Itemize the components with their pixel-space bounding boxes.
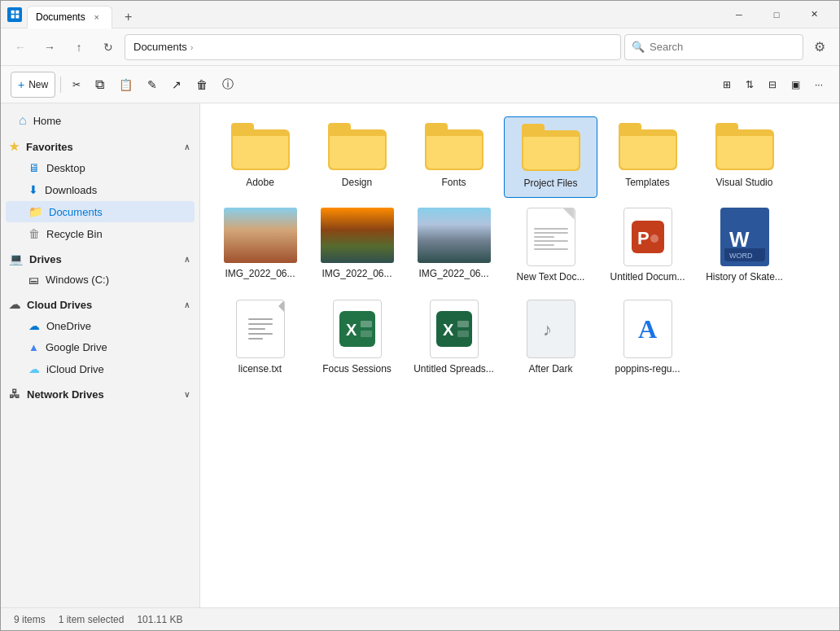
file-label-design: Design — [342, 177, 372, 190]
minimize-button[interactable]: ─ — [720, 1, 758, 28]
documents-icon: 📁 — [28, 205, 42, 218]
close-button[interactable]: ✕ — [795, 1, 833, 28]
copy-icon: ⧉ — [95, 77, 104, 92]
file-item-focus-sessions[interactable]: XFocus Sessions — [310, 293, 404, 383]
new-label: New — [28, 79, 48, 90]
sidebar-cloud-section[interactable]: ☁ Cloud Drives ∧ — [1, 293, 199, 314]
svg-text:♪: ♪ — [543, 319, 552, 340]
info-button[interactable]: ⓘ — [216, 72, 240, 98]
address-chevron-icon: › — [190, 42, 194, 52]
file-item-untitled-docum[interactable]: PUntitled Docum... — [601, 201, 694, 291]
view-toggle1-button[interactable]: ⊞ — [716, 72, 737, 98]
sort-icon: ⇅ — [746, 79, 754, 90]
sidebar-item-documents[interactable]: 📁 Documents — [6, 201, 195, 222]
sidebar-item-icloud[interactable]: ☁ iCloud Drive — [6, 358, 195, 379]
favorites-label: Favorites — [26, 141, 177, 153]
sidebar-network-section[interactable]: 🖧 Network Drives ∨ — [1, 383, 199, 404]
file-item-history-skate[interactable]: WWORDHistory of Skate... — [698, 201, 791, 291]
svg-text:X: X — [346, 321, 357, 339]
view-toggle2-icon: ⊟ — [768, 79, 777, 90]
file-label-focus-sessions: Focus Sessions — [322, 363, 392, 376]
sidebar-recycle-label: Recycle Bin — [46, 228, 103, 240]
file-label-img1: IMG_2022_06... — [225, 268, 295, 281]
window-tab[interactable]: Documents × — [27, 6, 112, 28]
sidebar-item-desktop[interactable]: 🖥 Desktop — [6, 157, 195, 178]
file-label-history-skate: History of Skate... — [706, 271, 783, 284]
svg-text:WORD: WORD — [729, 252, 753, 260]
sidebar-windows-label: Windows (C:) — [46, 274, 109, 286]
svg-rect-10 — [361, 331, 372, 337]
window: Documents × + ─ □ ✕ ← → ↑ ↻ Documents › … — [0, 0, 840, 631]
file-item-license-txt[interactable]: license.txt — [213, 293, 307, 383]
file-item-img2[interactable]: IMG_2022_06... — [310, 201, 404, 291]
file-label-img3: IMG_2022_06... — [418, 268, 488, 281]
cloud-chevron-icon: ∧ — [184, 300, 190, 309]
file-area: Adobe Design Fonts Project Files Templat… — [200, 103, 839, 607]
share-button[interactable]: ↗ — [165, 72, 188, 98]
gdrive-icon: ▲ — [28, 341, 39, 353]
delete-button[interactable]: 🗑 — [190, 72, 214, 98]
sidebar-item-recycle[interactable]: 🗑 Recycle Bin — [6, 223, 195, 244]
file-item-design[interactable]: Design — [310, 116, 404, 198]
address-bar[interactable]: Documents › — [125, 34, 621, 60]
sidebar-drives-section[interactable]: 💻 Drives ∧ — [1, 248, 199, 269]
sidebar-item-onedrive[interactable]: ☁ OneDrive — [6, 315, 195, 336]
cut-icon: ✂ — [72, 79, 81, 90]
file-item-poppins-regu[interactable]: Apoppins-regu... — [601, 293, 694, 383]
downloads-icon: ⬇ — [28, 183, 38, 196]
sidebar-favorites-section[interactable]: ★ Favorites ∧ — [1, 135, 199, 156]
svg-text:W: W — [729, 227, 750, 252]
cut-button[interactable]: ✂ — [66, 72, 87, 98]
network-icon: 🖧 — [9, 388, 20, 401]
paste-button[interactable]: 📋 — [112, 72, 139, 98]
view-toggle3-icon: ▣ — [791, 79, 800, 90]
sort-button[interactable]: ⇅ — [739, 72, 760, 98]
tab-close-button[interactable]: × — [90, 11, 103, 24]
rename-button[interactable]: ✎ — [141, 72, 164, 98]
up-button[interactable]: ↑ — [66, 34, 92, 60]
copy-button[interactable]: ⧉ — [89, 72, 111, 98]
window-controls: ─ □ ✕ — [720, 1, 833, 28]
file-label-untitled-docum: Untitled Docum... — [610, 271, 685, 284]
items-count: 9 items — [14, 614, 46, 625]
file-item-adobe[interactable]: Adobe — [213, 116, 307, 198]
more-options-button[interactable]: ··· — [808, 72, 829, 98]
sidebar-item-windows-c[interactable]: 🖴 Windows (C:) — [6, 269, 195, 290]
windows-drive-icon: 🖴 — [28, 274, 39, 286]
file-item-templates[interactable]: Templates — [601, 116, 694, 198]
file-label-license-txt: license.txt — [238, 363, 282, 376]
file-item-img1[interactable]: IMG_2022_06... — [213, 201, 307, 291]
file-label-new-text-doc: New Text Doc... — [517, 271, 585, 284]
view-toggle2-button[interactable]: ⊟ — [762, 72, 783, 98]
sidebar-item-gdrive[interactable]: ▲ Google Drive — [6, 337, 195, 357]
sidebar-desktop-label: Desktop — [46, 162, 85, 174]
network-chevron-icon: ∨ — [184, 390, 190, 399]
file-item-visual-studio[interactable]: Visual Studio — [698, 116, 791, 198]
address-text: Documents — [133, 41, 187, 53]
svg-text:X: X — [443, 321, 454, 339]
app-icon — [7, 7, 22, 22]
cloud-label: Cloud Drives — [27, 299, 177, 311]
file-item-new-text-doc[interactable]: New Text Doc... — [504, 201, 597, 291]
svg-rect-14 — [457, 331, 469, 337]
settings-button[interactable]: ⚙ — [807, 34, 833, 60]
maximize-button[interactable]: □ — [758, 1, 795, 28]
sidebar-downloads-label: Downloads — [45, 184, 97, 196]
refresh-button[interactable]: ↻ — [95, 34, 121, 60]
file-item-after-dark[interactable]: ♪After Dark — [504, 293, 597, 383]
file-item-fonts[interactable]: Fonts — [407, 116, 501, 198]
search-input[interactable] — [650, 41, 796, 53]
sidebar-item-downloads[interactable]: ⬇ Downloads — [6, 179, 195, 200]
svg-rect-11 — [436, 311, 472, 347]
new-button[interactable]: + New — [11, 72, 55, 98]
file-item-project-files[interactable]: Project Files — [504, 116, 597, 198]
new-tab-button[interactable]: + — [117, 6, 140, 28]
sidebar-item-home[interactable]: ⌂ Home — [6, 109, 195, 132]
file-item-untitled-spreads[interactable]: XUntitled Spreads... — [407, 293, 501, 383]
forward-button[interactable]: → — [37, 34, 63, 60]
file-grid: Adobe Design Fonts Project Files Templat… — [213, 116, 826, 383]
back-button[interactable]: ← — [7, 34, 33, 60]
more-icon: ··· — [815, 79, 823, 90]
file-item-img3[interactable]: IMG_2022_06... — [407, 201, 501, 291]
view-toggle3-button[interactable]: ▣ — [785, 72, 807, 98]
